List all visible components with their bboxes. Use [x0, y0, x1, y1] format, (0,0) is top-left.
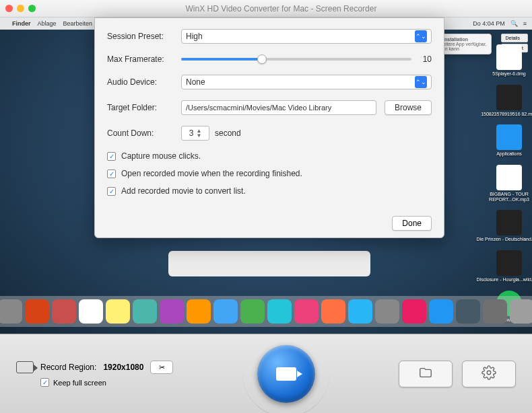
- menu-file[interactable]: Ablage: [38, 20, 57, 27]
- dock-icon[interactable]: [160, 299, 184, 324]
- chevron-updown-icon: ⌃⌄: [415, 30, 427, 42]
- dock-icon[interactable]: [267, 299, 292, 324]
- camera-icon: [16, 361, 34, 373]
- crop-button[interactable]: ✂: [150, 361, 173, 374]
- count-down-stepper[interactable]: 3 ▲▼: [181, 126, 209, 141]
- browse-button[interactable]: Browse: [385, 100, 432, 115]
- menubar-app[interactable]: Finder: [12, 20, 31, 27]
- dock-icon[interactable]: [0, 299, 22, 324]
- desktop-background: Finder Ablage Bearbeiten Darste Do 4:04 …: [0, 17, 532, 334]
- record-region-value: 1920x1080: [103, 363, 143, 372]
- max-framerate-value: 10: [418, 54, 432, 64]
- menu-icon[interactable]: ≡: [523, 20, 527, 27]
- settings-button[interactable]: [462, 361, 516, 387]
- audio-device-label: Audio Device:: [107, 77, 181, 87]
- dock-icon[interactable]: [348, 299, 372, 324]
- bottom-bar: Record Region: 1920x1080 ✂ ✓ Keep full s…: [0, 334, 532, 413]
- window-titlebar: WinX HD Video Converter for Mac - Screen…: [0, 0, 532, 17]
- session-preset-select[interactable]: High ⌃⌄: [181, 29, 432, 44]
- max-framerate-slider[interactable]: [181, 58, 411, 61]
- session-preset-label: Session Preset:: [107, 32, 181, 41]
- desktop-icons: 5Splayer-6.dmg 150823578919516 82.mp4 Ap…: [490, 44, 528, 323]
- dock-icon[interactable]: [133, 299, 157, 324]
- dock-icon[interactable]: [106, 299, 130, 324]
- gear-icon: [481, 365, 496, 383]
- search-icon[interactable]: 🔍: [510, 20, 518, 27]
- svg-point-0: [487, 371, 491, 375]
- dock-icon[interactable]: [240, 299, 265, 324]
- scissors-icon: ✂: [159, 363, 165, 372]
- checkbox-icon: ✓: [107, 170, 116, 178]
- record-region-label: Record Region:: [40, 363, 96, 372]
- menubar-right: Do 4:04 PM 🔍 ≡: [473, 20, 527, 27]
- desktop-icon[interactable]: 150823578919516 82.mp4: [494, 85, 525, 117]
- maximize-icon[interactable]: [28, 5, 36, 12]
- keep-full-screen-checkbox[interactable]: ✓ Keep full screen: [40, 378, 173, 387]
- folder-icon: [418, 365, 433, 383]
- slider-thumb[interactable]: [257, 54, 267, 64]
- chevron-updown-icon: ⌃⌄: [415, 76, 427, 88]
- clock: Do 4:04 PM: [473, 20, 505, 27]
- dock: [0, 296, 532, 327]
- close-icon[interactable]: [5, 5, 13, 12]
- minimize-icon[interactable]: [17, 5, 24, 12]
- target-folder-label: Target Folder:: [107, 103, 181, 112]
- done-button[interactable]: Done: [392, 216, 432, 231]
- dock-icon[interactable]: [375, 299, 399, 324]
- count-down-unit: second: [215, 128, 241, 138]
- dock-icon[interactable]: [79, 299, 103, 324]
- target-folder-input[interactable]: /Users/scmacmini/Movies/Mac Video Librar…: [181, 100, 376, 115]
- desktop-icon[interactable]: BIGBANG - TOUR REPORT...OK.mp3: [494, 165, 525, 202]
- audio-device-select[interactable]: None ⌃⌄: [181, 75, 432, 89]
- dock-icon[interactable]: [294, 299, 319, 324]
- stepper-arrows-icon[interactable]: ▲▼: [196, 128, 201, 138]
- dock-icon[interactable]: [321, 299, 345, 324]
- checkbox-icon: ✓: [40, 378, 49, 387]
- settings-panel: Session Preset: High ⌃⌄ Max Framerate: 1…: [94, 17, 444, 238]
- dock-icon[interactable]: [402, 299, 426, 324]
- open-folder-button[interactable]: [399, 361, 453, 387]
- video-camera-icon: [276, 367, 296, 381]
- desktop-icon[interactable]: Die Prinzen - Deutschland.mp3: [494, 210, 525, 242]
- checkbox-icon: ✓: [107, 187, 116, 196]
- dock-icon[interactable]: [187, 299, 211, 324]
- open-recorded-checkbox[interactable]: ✓ Open recorded movie when the recording…: [107, 169, 432, 178]
- desktop-icon[interactable]: Applications: [494, 124, 525, 157]
- traffic-lights: [5, 5, 36, 12]
- dock-icon[interactable]: [213, 299, 238, 324]
- background-toolbar: [168, 251, 370, 276]
- dock-icon[interactable]: [510, 299, 532, 324]
- desktop-icon[interactable]: Disclosure - Hourgla...wild.mp4: [494, 250, 525, 283]
- notification-details-button[interactable]: Details: [501, 34, 528, 42]
- dock-icon[interactable]: [429, 299, 453, 324]
- max-framerate-label: Max Framerate:: [107, 54, 181, 64]
- dock-icon[interactable]: [483, 299, 507, 324]
- checkbox-icon: ✓: [107, 152, 116, 161]
- window-title: WinX HD Video Converter for Mac - Screen…: [36, 4, 527, 13]
- dock-icon[interactable]: [25, 299, 49, 324]
- count-down-label: Count Down:: [107, 128, 181, 138]
- menu-edit[interactable]: Bearbeiten: [63, 20, 93, 27]
- desktop-icon[interactable]: 5Splayer-6.dmg: [494, 44, 525, 77]
- dock-icon[interactable]: [456, 299, 480, 324]
- record-button[interactable]: [257, 345, 315, 403]
- dock-icon[interactable]: [52, 299, 76, 324]
- add-to-convert-checkbox[interactable]: ✓ Add recorded movie to convert list.: [107, 186, 432, 196]
- capture-mouse-checkbox[interactable]: ✓ Capture mouse clicks.: [107, 151, 432, 161]
